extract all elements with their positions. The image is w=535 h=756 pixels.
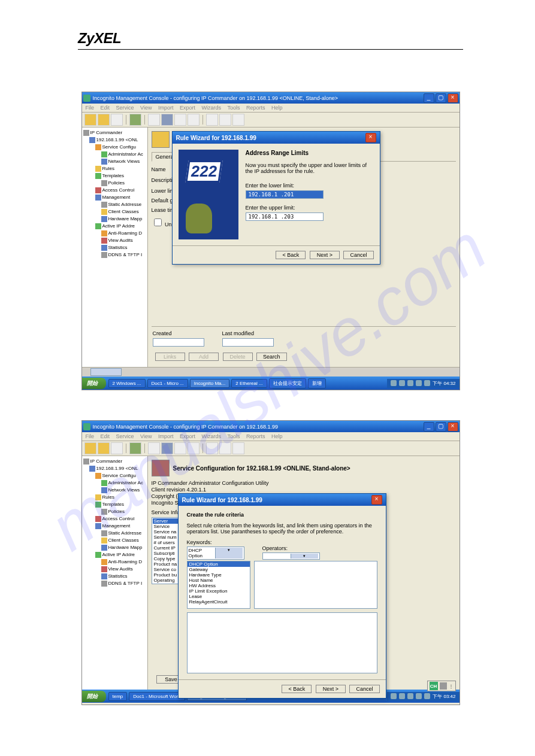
zoom-icon[interactable]	[219, 114, 231, 126]
tree-item[interactable]: DDNS & TFTP I	[83, 580, 146, 587]
help-icon[interactable]	[232, 442, 244, 454]
chevron-down-icon[interactable]: ▾	[291, 554, 318, 558]
scrollbar-thumb[interactable]	[90, 368, 122, 376]
tree-item[interactable]: Access Control	[83, 187, 146, 194]
back-button[interactable]: < Back	[282, 685, 312, 693]
maximize-button[interactable]: ▢	[436, 93, 446, 103]
next-button[interactable]: Next >	[316, 685, 346, 693]
cancel-button[interactable]: Cancel	[343, 251, 373, 259]
toolbar-btn[interactable]	[206, 442, 218, 454]
menu-service[interactable]: Service	[116, 433, 134, 439]
dialog-close-button[interactable]: ×	[371, 495, 382, 505]
toolbar-btn[interactable]	[161, 442, 173, 454]
taskbar-item[interactable]: 新增	[308, 378, 326, 388]
tray-icon[interactable]	[416, 380, 422, 386]
tree-item[interactable]: Network Views	[83, 487, 146, 494]
tree-item[interactable]: Templates	[83, 172, 146, 180]
list-item[interactable]: Hardware Type	[188, 572, 250, 578]
tree-item[interactable]: Client Classes	[83, 208, 146, 215]
menu-reports[interactable]: Reports	[246, 105, 265, 111]
tree-item[interactable]: Policies	[83, 508, 146, 515]
tree-item[interactable]: Management	[83, 523, 146, 530]
menu-tools[interactable]: Tools	[227, 105, 240, 111]
tray-icon[interactable]	[399, 380, 405, 386]
list-item[interactable]: RelayAgentCircuit	[188, 599, 250, 605]
back-button[interactable]: < Back	[276, 251, 306, 259]
list-item[interactable]: DHCP Option	[188, 561, 250, 567]
operators-combo[interactable]: ▾	[262, 552, 320, 560]
next-button[interactable]: Next >	[310, 251, 340, 259]
tree-item[interactable]: Administrator Ac	[83, 479, 146, 487]
tree-root[interactable]: IP Commander	[83, 129, 146, 136]
toolbar-btn[interactable]	[98, 442, 110, 454]
menu-file[interactable]: File	[86, 433, 95, 439]
menu-export[interactable]: Export	[180, 433, 195, 439]
language-bar[interactable]: CH ⋮	[427, 681, 456, 691]
tray-icon[interactable]	[424, 693, 430, 699]
start-button[interactable]: 開始	[82, 691, 106, 702]
menu-help[interactable]: Help	[271, 105, 283, 111]
tree-item[interactable]: Active IP Addre	[83, 551, 146, 558]
tray-icon[interactable]	[416, 693, 422, 699]
tree-item[interactable]: Service Configu	[83, 472, 146, 479]
zoom-icon[interactable]	[219, 442, 231, 454]
tree-item[interactable]: Statistics	[83, 573, 146, 580]
taskbar-item[interactable]: Incognito Ma...	[190, 379, 229, 388]
minimize-button[interactable]: _	[424, 93, 434, 103]
close-button[interactable]: ×	[448, 93, 458, 103]
menu-edit[interactable]: Edit	[101, 105, 110, 111]
list-item[interactable]: Lease	[188, 594, 250, 599]
toolbar-btn[interactable]	[188, 114, 200, 126]
menu-service[interactable]: Service	[116, 105, 134, 111]
chevron-down-icon[interactable]: ▾	[215, 548, 243, 558]
minimize-button[interactable]: _	[424, 422, 434, 432]
tree-item[interactable]: Anti-Roaming D	[83, 230, 146, 237]
tree-item[interactable]: Anti-Roaming D	[83, 558, 146, 566]
menu-export[interactable]: Export	[180, 105, 195, 111]
taskbar-item[interactable]: 2 Ethereal ...	[231, 379, 267, 388]
toolbar-btn[interactable]	[188, 442, 200, 454]
toolbar-btn[interactable]	[98, 114, 110, 126]
tree-item[interactable]: Templates	[83, 501, 146, 508]
tree-item[interactable]: Statistics	[83, 244, 146, 251]
menu-reports[interactable]: Reports	[246, 433, 265, 439]
dialog-close-button[interactable]: ×	[365, 133, 376, 142]
checkbox-unlimited[interactable]	[154, 218, 162, 226]
tree-item[interactable]: Network Views	[83, 158, 146, 165]
tree-item[interactable]: Policies	[83, 180, 146, 187]
list-item[interactable]: HW Address	[188, 583, 250, 588]
horizontal-scrollbar[interactable]	[82, 367, 460, 377]
tree-item[interactable]: View Audits	[83, 237, 146, 244]
taskbar-item[interactable]: Doc1 - Micro ...	[147, 379, 188, 388]
tree-item[interactable]: Client Classes	[83, 537, 146, 544]
tree-item[interactable]: Hardware Mapp	[83, 544, 146, 551]
tray-icon[interactable]	[424, 380, 430, 386]
toolbar-btn[interactable]	[129, 442, 141, 454]
toolbar-btn[interactable]	[129, 114, 141, 126]
toolbar-btn[interactable]	[111, 442, 123, 454]
list-item[interactable]: Gateway	[188, 567, 250, 572]
list-item[interactable]: Host Name	[188, 578, 250, 583]
taskbar-item[interactable]: 2 Windows ...	[108, 379, 146, 388]
rule-expression-box[interactable]	[187, 612, 377, 673]
toolbar-btn[interactable]	[206, 114, 218, 126]
nav-tree[interactable]: IP Commander 192.168.1.99 <ONL Service C…	[82, 127, 148, 367]
tree-item[interactable]: Rules	[83, 165, 146, 172]
menu-view[interactable]: View	[140, 105, 152, 111]
tray-icon[interactable]	[391, 380, 397, 386]
toolbar-btn[interactable]	[174, 114, 186, 126]
tree-host[interactable]: 192.168.1.99 <ONL	[83, 136, 146, 144]
help-icon[interactable]	[232, 114, 244, 126]
toolbar-btn[interactable]	[148, 114, 160, 126]
tray-icon[interactable]	[407, 693, 413, 699]
cancel-button[interactable]: Cancel	[349, 685, 379, 693]
tree-item[interactable]: Administrator Ac	[83, 151, 146, 158]
menu-edit[interactable]: Edit	[101, 433, 110, 439]
tree-item[interactable]: Service Configu	[83, 144, 146, 151]
upper-limit-input[interactable]: 192.168.1 .203	[246, 212, 324, 221]
ime-icon[interactable]: CH	[430, 682, 438, 690]
tree-item[interactable]: View Audits	[83, 566, 146, 573]
menu-import[interactable]: Import	[158, 105, 174, 111]
tree-item[interactable]: Management	[83, 194, 146, 201]
tray-icon[interactable]	[407, 380, 413, 386]
